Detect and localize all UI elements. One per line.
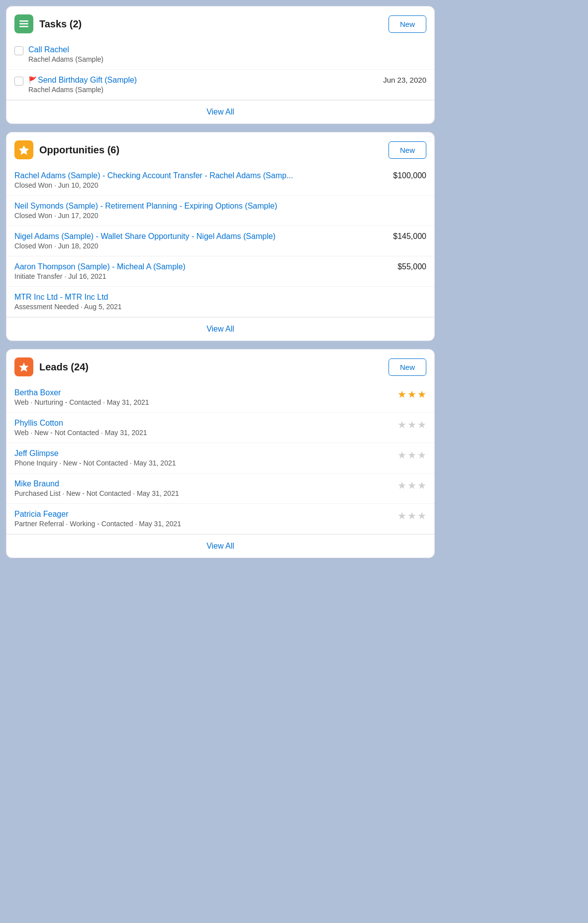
opp-sub-2: Closed Won · Jun 17, 2020 [14, 212, 426, 220]
lead-link-1[interactable]: Bertha Boxer [14, 388, 61, 397]
svg-marker-3 [19, 145, 29, 155]
svg-marker-4 [19, 362, 29, 372]
star-1-3[interactable]: ★ [417, 388, 426, 400]
svg-rect-2 [19, 26, 28, 27]
opportunities-header: Opportunities (6) New [6, 132, 434, 165]
opp-main-1: Rachel Adams (Sample) - Checking Account… [14, 171, 387, 180]
opportunities-icon [14, 140, 33, 159]
lead-sub-3: Phone Inquiry · New - Not Contacted · Ma… [14, 459, 392, 467]
opp-amount-4: $55,000 [397, 262, 426, 271]
leads-section: Leads (24) New Bertha Boxer Web · Nurtur… [6, 349, 435, 558]
task-sub-1: Rachel Adams (Sample) [28, 55, 426, 63]
lead-stars-4: ★ ★ ★ [397, 479, 426, 491]
star-4-2[interactable]: ★ [407, 479, 416, 491]
star-2-3[interactable]: ★ [417, 419, 426, 431]
opp-sub-3: Closed Won · Jun 18, 2020 [14, 242, 426, 250]
task-item-1: Call Rachel Rachel Adams (Sample) [6, 39, 434, 70]
opp-item-2: Neil Symonds (Sample) - Retirement Plann… [6, 196, 434, 226]
star-3-3[interactable]: ★ [417, 449, 426, 461]
task-checkbox-1[interactable] [14, 46, 23, 55]
lead-item-3: Jeff Glimpse Phone Inquiry · New - Not C… [6, 443, 434, 473]
opp-main-2: Neil Symonds (Sample) - Retirement Plann… [14, 202, 426, 211]
opportunities-view-all-row: View All [6, 317, 434, 341]
lead-item-4: Mike Braund Purchased List · New - Not C… [6, 473, 434, 504]
opportunities-new-button[interactable]: New [389, 141, 426, 159]
svg-rect-1 [19, 23, 28, 25]
opp-main-4: Aaron Thompson (Sample) - Micheal A (Sam… [14, 262, 392, 271]
task-main-2: 🚩Send Birthday Gift (Sample) Rachel Adam… [28, 76, 377, 94]
tasks-new-button[interactable]: New [389, 15, 426, 33]
star-1-1[interactable]: ★ [397, 388, 406, 400]
opp-link-3[interactable]: Nigel Adams (Sample) - Wallet Share Oppo… [14, 232, 276, 240]
lead-sub-5: Partner Referral · Working - Contacted ·… [14, 520, 392, 528]
lead-stars-1: ★ ★ ★ [397, 388, 426, 400]
opp-link-4[interactable]: Aaron Thompson (Sample) - Micheal A (Sam… [14, 262, 186, 271]
opp-sub-4: Initiate Transfer · Jul 16, 2021 [14, 272, 426, 280]
lead-main-1: Bertha Boxer Web · Nurturing - Contacted… [14, 388, 392, 406]
lead-sub-2: Web · New - Not Contacted · May 31, 2021 [14, 429, 392, 437]
lead-main-5: Patricia Feager Partner Referral · Worki… [14, 510, 392, 528]
task-link-1[interactable]: Call Rachel [28, 45, 69, 54]
leads-view-all-link[interactable]: View All [206, 542, 234, 551]
lead-item-2: Phyllis Cotton Web · New - Not Contacted… [6, 413, 434, 443]
lead-sub-4: Purchased List · New - Not Contacted · M… [14, 489, 392, 497]
tasks-title: Tasks (2) [39, 18, 389, 30]
star-2-1[interactable]: ★ [397, 419, 406, 431]
tasks-view-all-row: View All [6, 100, 434, 123]
lead-stars-2: ★ ★ ★ [397, 419, 426, 431]
lead-link-5[interactable]: Patricia Feager [14, 510, 69, 518]
leads-view-all-row: View All [6, 534, 434, 558]
star-3-2[interactable]: ★ [407, 449, 416, 461]
opp-amount-1: $100,000 [393, 171, 426, 180]
lead-main-2: Phyllis Cotton Web · New - Not Contacted… [14, 419, 392, 437]
lead-item-1: Bertha Boxer Web · Nurturing - Contacted… [6, 382, 434, 413]
tasks-view-all-link[interactable]: View All [206, 108, 234, 116]
lead-item-5: Patricia Feager Partner Referral · Worki… [6, 504, 434, 534]
star-5-2[interactable]: ★ [407, 510, 416, 522]
star-3-1[interactable]: ★ [397, 449, 406, 461]
star-1-2[interactable]: ★ [407, 388, 416, 400]
tasks-section: Tasks (2) New Call Rachel Rachel Adams (… [6, 6, 435, 124]
tasks-icon [14, 14, 33, 33]
opp-link-2[interactable]: Neil Symonds (Sample) - Retirement Plann… [14, 202, 277, 210]
opportunities-view-all-link[interactable]: View All [206, 325, 234, 334]
opp-item-4: Aaron Thompson (Sample) - Micheal A (Sam… [6, 256, 434, 287]
lead-link-3[interactable]: Jeff Glimpse [14, 449, 59, 458]
opportunities-section: Opportunities (6) New Rachel Adams (Samp… [6, 132, 435, 341]
star-2-2[interactable]: ★ [407, 419, 416, 431]
opp-sub-5: Assessment Needed · Aug 5, 2021 [14, 303, 426, 311]
leads-icon [14, 357, 33, 376]
leads-header: Leads (24) New [6, 349, 434, 382]
lead-sub-1: Web · Nurturing - Contacted · May 31, 20… [14, 398, 392, 406]
leads-new-button[interactable]: New [389, 358, 426, 376]
task-item-2: 🚩Send Birthday Gift (Sample) Rachel Adam… [6, 70, 434, 100]
task-date-2: Jun 23, 2020 [383, 76, 426, 84]
leads-title: Leads (24) [39, 361, 389, 373]
lead-link-2[interactable]: Phyllis Cotton [14, 419, 63, 427]
star-4-3[interactable]: ★ [417, 479, 426, 491]
opp-link-5[interactable]: MTR Inc Ltd - MTR Inc Ltd [14, 293, 108, 301]
task-main-1: Call Rachel Rachel Adams (Sample) [28, 45, 426, 63]
opp-item-3: Nigel Adams (Sample) - Wallet Share Oppo… [6, 226, 434, 256]
opp-amount-3: $145,000 [393, 232, 426, 241]
star-5-3[interactable]: ★ [417, 510, 426, 522]
task-link-2[interactable]: 🚩Send Birthday Gift (Sample) [28, 76, 137, 84]
opp-main-5: MTR Inc Ltd - MTR Inc Ltd [14, 293, 426, 302]
task-checkbox-2[interactable] [14, 77, 23, 86]
flag-icon: 🚩 [28, 76, 37, 84]
task-sub-2: Rachel Adams (Sample) [28, 86, 377, 94]
tasks-header: Tasks (2) New [6, 6, 434, 39]
opportunities-title: Opportunities (6) [39, 144, 389, 156]
star-5-1[interactable]: ★ [397, 510, 406, 522]
lead-main-4: Mike Braund Purchased List · New - Not C… [14, 479, 392, 497]
lead-main-3: Jeff Glimpse Phone Inquiry · New - Not C… [14, 449, 392, 467]
lead-link-4[interactable]: Mike Braund [14, 479, 59, 488]
opp-main-3: Nigel Adams (Sample) - Wallet Share Oppo… [14, 232, 387, 241]
svg-rect-0 [19, 20, 28, 22]
opp-item-5: MTR Inc Ltd - MTR Inc Ltd Assessment Nee… [6, 287, 434, 317]
lead-stars-5: ★ ★ ★ [397, 510, 426, 522]
star-4-1[interactable]: ★ [397, 479, 406, 491]
opp-item-1: Rachel Adams (Sample) - Checking Account… [6, 165, 434, 196]
opp-link-1[interactable]: Rachel Adams (Sample) - Checking Account… [14, 171, 293, 180]
lead-stars-3: ★ ★ ★ [397, 449, 426, 461]
